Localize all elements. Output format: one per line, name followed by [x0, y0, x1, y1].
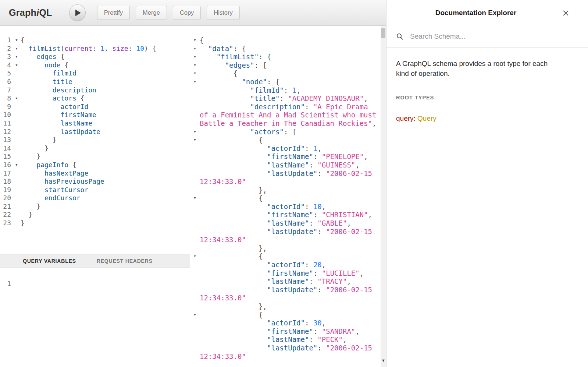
- query-code-line[interactable]: 15 }: [0, 152, 190, 161]
- code-text[interactable]: lastUpdate: [21, 128, 190, 136]
- result-code-line: ▾ {: [190, 69, 386, 78]
- fold-arrow-icon[interactable]: ▾: [13, 36, 21, 45]
- docs-close-button[interactable]: [560, 10, 571, 16]
- code-text[interactable]: }: [21, 202, 190, 211]
- fold-arrow-icon[interactable]: ▾: [190, 252, 200, 261]
- fold-arrow-icon[interactable]: ▾: [13, 45, 21, 53]
- code-text: "actorId": 10,: [200, 202, 377, 211]
- history-button[interactable]: History: [207, 6, 239, 20]
- root-type-type-link[interactable]: Query: [417, 114, 436, 122]
- code-text[interactable]: [21, 280, 190, 288]
- code-text[interactable]: node {: [21, 61, 190, 70]
- fold-arrow-icon[interactable]: ▾: [190, 36, 200, 45]
- query-code-line[interactable]: 18 hasPreviousPage: [0, 177, 190, 186]
- fold-gutter: [13, 177, 21, 186]
- fold-arrow-icon[interactable]: ▾: [190, 194, 200, 202]
- query-code-line[interactable]: 8▾ actors {: [0, 94, 190, 103]
- fold-arrow-icon[interactable]: ▾: [190, 53, 200, 61]
- code-text[interactable]: actorId: [21, 103, 190, 111]
- query-code-line[interactable]: 23}: [0, 219, 190, 227]
- code-text[interactable]: {: [21, 36, 190, 45]
- scroll-down-icon[interactable]: ▼: [381, 357, 386, 364]
- query-code-line[interactable]: 2▾ filmList(current: 1, size: 10) {: [0, 45, 190, 53]
- fold-arrow-icon[interactable]: ▾: [13, 53, 21, 61]
- query-code-line[interactable]: 19 startCursor: [0, 186, 190, 194]
- fold-arrow-icon[interactable]: ▾: [13, 61, 21, 70]
- result-code-line: "firstName": "CHRISTIAN",: [190, 211, 386, 219]
- prettify-button[interactable]: Prettify: [97, 6, 130, 20]
- result-code-line: ▾ "edges": [: [190, 61, 386, 70]
- query-code-line[interactable]: 3▾ edges {: [0, 53, 190, 61]
- line-number: 22: [0, 211, 13, 219]
- query-code-line[interactable]: 4▾ node {: [0, 61, 190, 70]
- tab-query-variables[interactable]: QUERY VARIABLES: [23, 258, 76, 264]
- fold-arrow-icon[interactable]: ▾: [190, 45, 200, 53]
- schema-search-input[interactable]: [404, 32, 588, 40]
- code-text[interactable]: firstName: [21, 111, 190, 119]
- line-number: 12: [0, 128, 13, 136]
- query-code-line[interactable]: 16▾ pageInfo {: [0, 161, 190, 169]
- tab-request-headers[interactable]: REQUEST HEADERS: [97, 258, 153, 264]
- query-code-line[interactable]: 10 firstName: [0, 111, 190, 119]
- result-code-line: ▾ {: [190, 252, 386, 261]
- search-icon: [396, 33, 404, 40]
- fold-arrow-icon[interactable]: ▾: [190, 78, 200, 86]
- merge-button[interactable]: Merge: [136, 6, 167, 20]
- code-text[interactable]: edges {: [21, 53, 190, 61]
- result-code-line: "firstName": "LUCILLE",: [190, 269, 386, 278]
- fold-gutter: [13, 280, 21, 288]
- code-text[interactable]: description: [21, 86, 190, 95]
- code-text[interactable]: }: [21, 136, 190, 144]
- code-text[interactable]: filmList(current: 1, size: 10) {: [21, 45, 190, 53]
- code-text[interactable]: lastName: [21, 119, 190, 128]
- fold-arrow-icon[interactable]: ▾: [13, 94, 21, 103]
- fold-arrow-icon[interactable]: ▾: [190, 136, 200, 144]
- result-scrollbar[interactable]: ▼: [381, 26, 386, 367]
- code-text[interactable]: startCursor: [21, 186, 190, 194]
- result-code-line: "lastName": "PECK",: [190, 335, 386, 344]
- code-text[interactable]: pageInfo {: [21, 161, 190, 169]
- code-text: {: [200, 311, 377, 319]
- query-code-line[interactable]: 17 hasNextPage: [0, 169, 190, 178]
- result-code: ▾{▾ "data": {▾ "filmList": {▾ "edges": […: [190, 36, 386, 360]
- result-code-line: "actorId": 1,: [190, 144, 386, 153]
- code-text[interactable]: hasNextPage: [21, 169, 190, 178]
- copy-button[interactable]: Copy: [173, 6, 201, 20]
- code-text[interactable]: title: [21, 78, 190, 86]
- fold-gutter: [13, 78, 21, 86]
- query-code-line[interactable]: 21 }: [0, 202, 190, 211]
- variables-code-line[interactable]: 1: [0, 280, 190, 288]
- code-text[interactable]: hasPreviousPage: [21, 177, 190, 186]
- code-text[interactable]: }: [21, 152, 190, 161]
- code-text[interactable]: }: [21, 144, 190, 153]
- fold-arrow-icon[interactable]: ▾: [190, 311, 200, 319]
- query-code-line[interactable]: 11 lastName: [0, 119, 190, 128]
- query-code-line[interactable]: 1▾{: [0, 36, 190, 45]
- query-code-line[interactable]: 12 lastUpdate: [0, 128, 190, 136]
- variables-editor[interactable]: 1: [0, 268, 190, 367]
- code-text[interactable]: }: [21, 219, 190, 227]
- fold-arrow-icon[interactable]: ▾: [190, 128, 200, 136]
- query-code-line[interactable]: 22 }: [0, 211, 190, 219]
- root-type-field-link[interactable]: query: [396, 114, 414, 122]
- fold-arrow-icon[interactable]: ▾: [13, 161, 21, 169]
- query-code-line[interactable]: 5 filmId: [0, 69, 190, 78]
- line-number: 7: [0, 86, 13, 95]
- fold-arrow-icon[interactable]: ▾: [190, 69, 200, 78]
- code-text[interactable]: }: [21, 211, 190, 219]
- query-code-line[interactable]: 6 title: [0, 78, 190, 86]
- code-text[interactable]: filmId: [21, 69, 190, 78]
- code-text[interactable]: actors {: [21, 94, 190, 103]
- code-text: },: [200, 186, 377, 194]
- query-editor[interactable]: 1▾{2▾ filmList(current: 1, size: 10) {3▾…: [0, 26, 190, 254]
- query-code-line[interactable]: 9 actorId: [0, 103, 190, 111]
- code-text[interactable]: endCursor: [21, 194, 190, 202]
- query-code-line[interactable]: 20 endCursor: [0, 194, 190, 202]
- execute-button[interactable]: [69, 4, 86, 21]
- fold-arrow-icon[interactable]: ▾: [190, 61, 200, 70]
- scrollbar-thumb[interactable]: [381, 28, 385, 38]
- result-code-line: "actorId": 10,: [190, 202, 386, 211]
- query-code-line[interactable]: 13 }: [0, 136, 190, 144]
- query-code-line[interactable]: 14 }: [0, 144, 190, 153]
- query-code-line[interactable]: 7 description: [0, 86, 190, 95]
